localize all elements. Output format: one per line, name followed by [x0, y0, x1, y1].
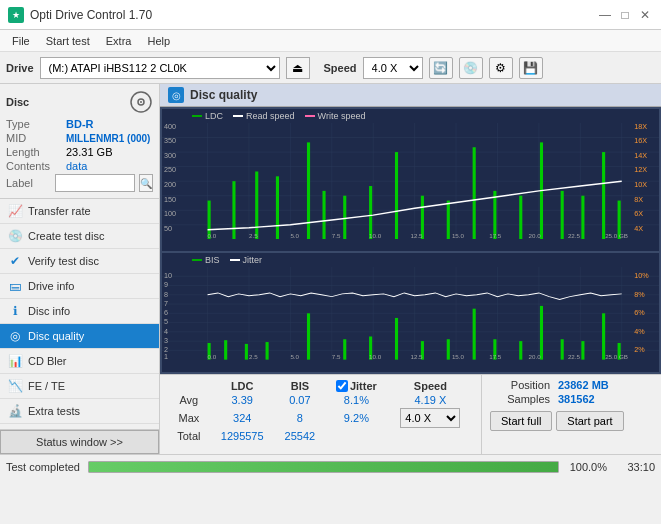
- settings-button[interactable]: ⚙: [489, 57, 513, 79]
- svg-text:350: 350: [164, 138, 176, 145]
- sidebar-item-verify-test-disc[interactable]: ✔ Verify test disc: [0, 249, 159, 274]
- menu-start-test[interactable]: Start test: [38, 33, 98, 49]
- save-button[interactable]: 💾: [519, 57, 543, 79]
- stats-max-speed-select[interactable]: 4.0 X: [388, 407, 473, 429]
- disc-contents-row: Contents data: [6, 160, 153, 172]
- svg-text:25.0 GB: 25.0 GB: [605, 354, 628, 360]
- stats-bar: LDC BIS Jitter Speed: [160, 374, 661, 454]
- create-test-disc-icon: 💿: [8, 229, 22, 243]
- svg-text:15.0: 15.0: [452, 234, 465, 240]
- bis-chart-svg: 10 9 8 7 6 5 4 3 2 1 10% 8% 6% 4% 2%: [162, 267, 659, 360]
- sidebar: Disc Type BD-R MID MILLENMR1 (000) Lengt…: [0, 84, 160, 454]
- svg-rect-93: [307, 314, 310, 360]
- svg-text:8%: 8%: [634, 291, 644, 298]
- svg-rect-28: [343, 196, 346, 240]
- svg-text:12.5: 12.5: [411, 234, 424, 240]
- minimize-button[interactable]: —: [597, 7, 613, 23]
- svg-rect-90: [224, 341, 227, 360]
- sidebar-item-disc-quality[interactable]: ◎ Disc quality: [0, 324, 159, 349]
- disc-length-label: Length: [6, 146, 66, 158]
- stats-total-bis: 25542: [275, 429, 325, 443]
- titlebar-controls: — □ ✕: [597, 7, 653, 23]
- disc-quality-title: Disc quality: [190, 88, 257, 102]
- status-window-button[interactable]: Status window >>: [0, 430, 159, 454]
- main-layout: Disc Type BD-R MID MILLENMR1 (000) Lengt…: [0, 84, 661, 454]
- sidebar-item-fe-te[interactable]: 📉 FE / TE: [0, 374, 159, 399]
- sidebar-item-cd-bler[interactable]: 📊 CD Bler: [0, 349, 159, 374]
- jitter-checkbox[interactable]: [336, 380, 348, 392]
- disc-contents-value: data: [66, 160, 87, 172]
- progress-fill: [89, 462, 558, 472]
- stats-table: LDC BIS Jitter Speed: [168, 379, 473, 443]
- bis-legend-dot: [192, 259, 202, 261]
- sidebar-item-create-test-disc[interactable]: 💿 Create test disc: [0, 224, 159, 249]
- disc-label-search-button[interactable]: 🔍: [139, 174, 153, 192]
- drive-select[interactable]: (M:) ATAPI iHBS112 2 CL0K: [40, 57, 280, 79]
- sidebar-item-drive-info[interactable]: 🖴 Drive info: [0, 274, 159, 299]
- stats-total-ldc: 1295575: [210, 429, 275, 443]
- svg-text:17.5: 17.5: [489, 354, 502, 360]
- svg-text:8X: 8X: [634, 196, 643, 203]
- sidebar-item-create-test-disc-label: Create test disc: [28, 230, 104, 242]
- drive-info-icon: 🖴: [8, 279, 22, 293]
- charts-container: LDC Read speed Write speed: [160, 107, 661, 374]
- svg-text:10.0: 10.0: [369, 354, 382, 360]
- svg-rect-23: [232, 181, 235, 239]
- svg-text:16X: 16X: [634, 138, 647, 145]
- svg-text:2%: 2%: [634, 347, 644, 354]
- close-button[interactable]: ✕: [637, 7, 653, 23]
- sidebar-item-extra-tests[interactable]: 🔬 Extra tests: [0, 399, 159, 424]
- svg-rect-33: [473, 147, 476, 239]
- sidebar-item-transfer-rate[interactable]: 📈 Transfer rate: [0, 199, 159, 224]
- svg-rect-104: [581, 341, 584, 360]
- maximize-button[interactable]: □: [617, 7, 633, 23]
- jitter-col-label: Jitter: [350, 380, 377, 392]
- svg-rect-29: [369, 186, 372, 239]
- svg-text:4X: 4X: [634, 225, 643, 232]
- svg-text:10.0: 10.0: [369, 234, 382, 240]
- sidebar-item-extra-tests-label: Extra tests: [28, 405, 80, 417]
- progress-bar-area: Test completed 100.0% 33:10: [0, 454, 661, 478]
- titlebar-left: ★ Opti Drive Control 1.70: [8, 7, 152, 23]
- refresh-button[interactable]: 🔄: [429, 57, 453, 79]
- extra-tests-icon: 🔬: [8, 404, 22, 418]
- drive-toolbar: Drive (M:) ATAPI iHBS112 2 CL0K ⏏ Speed …: [0, 52, 661, 84]
- menubar: File Start test Extra Help: [0, 30, 661, 52]
- progress-track: [88, 461, 559, 473]
- svg-text:10%: 10%: [634, 273, 648, 280]
- svg-text:20.0: 20.0: [529, 354, 542, 360]
- svg-text:5.0: 5.0: [290, 354, 299, 360]
- jitter-legend: Jitter: [230, 255, 263, 265]
- stats-right: Position 23862 MB Samples 381562 Start f…: [481, 375, 661, 454]
- start-part-button[interactable]: Start part: [556, 411, 623, 431]
- disc-contents-label: Contents: [6, 160, 66, 172]
- svg-text:10X: 10X: [634, 181, 647, 188]
- svg-rect-37: [561, 191, 564, 239]
- stats-max-ldc: 324: [210, 407, 275, 429]
- start-full-button[interactable]: Start full: [490, 411, 552, 431]
- svg-text:17.5: 17.5: [489, 234, 502, 240]
- eject-button[interactable]: ⏏: [286, 57, 310, 79]
- write-speed-legend-label: Write speed: [318, 111, 366, 121]
- sidebar-item-disc-info[interactable]: ℹ Disc info: [0, 299, 159, 324]
- disc-label-input[interactable]: [55, 174, 135, 192]
- speed-select[interactable]: 4.0 X: [363, 57, 423, 79]
- menu-file[interactable]: File: [4, 33, 38, 49]
- right-panel: ◎ Disc quality LDC Read speed: [160, 84, 661, 454]
- speed-select-stats[interactable]: 4.0 X: [400, 408, 460, 428]
- svg-text:300: 300: [164, 152, 176, 159]
- menu-extra[interactable]: Extra: [98, 33, 140, 49]
- transfer-rate-icon: 📈: [8, 204, 22, 218]
- disc-length-row: Length 23.31 GB: [6, 146, 153, 158]
- svg-text:100: 100: [164, 210, 176, 217]
- menu-help[interactable]: Help: [139, 33, 178, 49]
- disc-quality-icon: ◎: [8, 329, 22, 343]
- svg-rect-103: [561, 340, 564, 360]
- position-label: Position: [490, 379, 550, 391]
- svg-text:0.0: 0.0: [208, 354, 217, 360]
- stats-avg-ldc: 3.39: [210, 393, 275, 407]
- disc-quality-header-icon: ◎: [168, 87, 184, 103]
- disc-button[interactable]: 💿: [459, 57, 483, 79]
- stats-max-jitter: 9.2%: [325, 407, 388, 429]
- ldc-legend-label: LDC: [205, 111, 223, 121]
